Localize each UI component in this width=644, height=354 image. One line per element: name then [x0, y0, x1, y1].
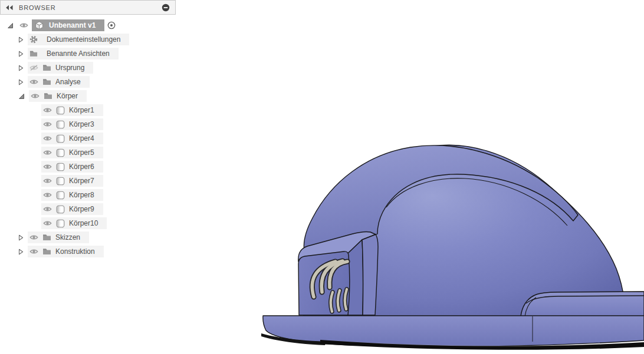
- body-icon: [56, 106, 65, 115]
- minimize-panel-icon[interactable]: [162, 4, 170, 12]
- body-item-label: Körper9: [69, 203, 94, 215]
- tree-item-koerper7[interactable]: Körper7: [0, 174, 176, 188]
- collapsed-arrow-icon[interactable]: [18, 65, 24, 71]
- collapsed-arrow-icon[interactable]: [18, 234, 24, 241]
- tree-item-label: Benannte Ansichten: [47, 48, 110, 59]
- folder-icon: [42, 234, 51, 241]
- body-item-label: Körper6: [69, 161, 94, 173]
- browser-panel: BROWSER Unbenannt v1 Dokumenteins: [0, 0, 176, 259]
- collapsed-arrow-icon[interactable]: [18, 51, 24, 57]
- folder-icon: [42, 248, 51, 255]
- eye-visible-icon[interactable]: [43, 107, 52, 113]
- eye-visible-icon[interactable]: [43, 220, 52, 226]
- tree-item-konstruktion[interactable]: Konstruktion: [0, 244, 176, 259]
- tree-item-koerper3[interactable]: Körper3: [0, 117, 176, 131]
- body-item-label: Körper7: [69, 175, 94, 187]
- folder-icon: [42, 78, 51, 85]
- tree-item-skizzen[interactable]: Skizzen: [0, 230, 176, 244]
- body-icon: [56, 205, 65, 214]
- body-item-label: Körper1: [69, 104, 94, 116]
- browser-panel-header: BROWSER: [0, 0, 176, 15]
- tree-item-koerper-folder[interactable]: Körper: [0, 89, 176, 103]
- body-item-label: Körper3: [69, 118, 94, 130]
- body-icon: [56, 219, 65, 228]
- tree-item-koerper8[interactable]: Körper8: [0, 188, 176, 202]
- app-window: BROWSER Unbenannt v1 Dokumenteins: [0, 0, 644, 354]
- component-cube-icon: [34, 20, 45, 31]
- tree-item-koerper1[interactable]: Körper1: [0, 103, 176, 117]
- tree-item-koerper10[interactable]: Körper10: [0, 216, 176, 230]
- tree-item-ursprung[interactable]: Ursprung: [0, 61, 176, 75]
- expanded-arrow-icon[interactable]: [18, 93, 25, 100]
- body-item-label: Körper4: [69, 133, 94, 144]
- eye-visible-icon[interactable]: [43, 206, 52, 212]
- folder-icon: [44, 92, 52, 100]
- eye-visible-icon[interactable]: [43, 135, 52, 141]
- body-icon: [56, 120, 65, 129]
- tree-item-koerper9[interactable]: Körper9: [0, 202, 176, 216]
- eye-visible-icon[interactable]: [43, 164, 52, 170]
- body-icon: [56, 163, 65, 171]
- body-icon: [56, 177, 65, 186]
- body-icon: [56, 134, 65, 143]
- tree-item-label: Konstruktion: [55, 246, 95, 257]
- folder-icon: [29, 49, 38, 58]
- model-right-block-body[interactable]: [521, 292, 644, 316]
- tree-item-koerper4[interactable]: Körper4: [0, 131, 176, 145]
- eye-hidden-icon[interactable]: [29, 65, 38, 71]
- tree-item-koerper5[interactable]: Körper5: [0, 145, 176, 160]
- activate-component-radio-icon[interactable]: [107, 21, 116, 29]
- eye-visible-icon[interactable]: [29, 79, 38, 85]
- tree-item-label: Dokumenteinstellungen: [47, 34, 120, 45]
- eye-visible-icon[interactable]: [43, 121, 52, 127]
- body-item-label: Körper10: [69, 217, 98, 229]
- eye-visible-icon[interactable]: [31, 93, 40, 99]
- eye-visible-icon[interactable]: [19, 22, 28, 28]
- eye-visible-icon[interactable]: [43, 178, 52, 184]
- tree-item-koerper6[interactable]: Körper6: [0, 160, 176, 174]
- body-item-label: Körper5: [69, 147, 94, 158]
- eye-visible-icon[interactable]: [43, 192, 52, 198]
- panel-title: BROWSER: [19, 4, 55, 11]
- eye-visible-icon[interactable]: [29, 249, 38, 254]
- body-item-label: Körper8: [69, 189, 94, 201]
- tree-item-label: Ursprung: [55, 62, 84, 74]
- model-rim-lower-strip[interactable]: [362, 234, 378, 315]
- root-component-label: Unbenannt v1: [49, 19, 96, 31]
- collapsed-arrow-icon[interactable]: [18, 249, 24, 255]
- collapsed-arrow-icon[interactable]: [18, 79, 24, 85]
- collapse-panel-icon[interactable]: [5, 5, 14, 11]
- body-icon: [56, 191, 65, 200]
- tree-item-analyse[interactable]: Analyse: [0, 75, 176, 89]
- tree-item-benannte-ansichten[interactable]: Benannte Ansichten: [0, 47, 176, 61]
- tree-item-dokumenteinstellungen[interactable]: Dokumenteinstellungen: [0, 32, 176, 47]
- tree-item-label: Skizzen: [55, 231, 80, 243]
- tree-item-label: Körper: [57, 90, 78, 102]
- folder-icon: [42, 64, 51, 71]
- expanded-arrow-icon[interactable]: [7, 22, 14, 29]
- tree-item-root-component[interactable]: Unbenannt v1: [0, 18, 176, 32]
- tree-item-label: Analyse: [55, 76, 81, 88]
- gear-icon: [29, 35, 38, 44]
- body-icon: [56, 148, 65, 157]
- browser-tree: Unbenannt v1 Dokumenteinstellungen Benan…: [0, 15, 176, 259]
- eye-visible-icon[interactable]: [43, 150, 52, 156]
- eye-visible-icon[interactable]: [29, 234, 38, 240]
- collapsed-arrow-icon[interactable]: [18, 37, 24, 43]
